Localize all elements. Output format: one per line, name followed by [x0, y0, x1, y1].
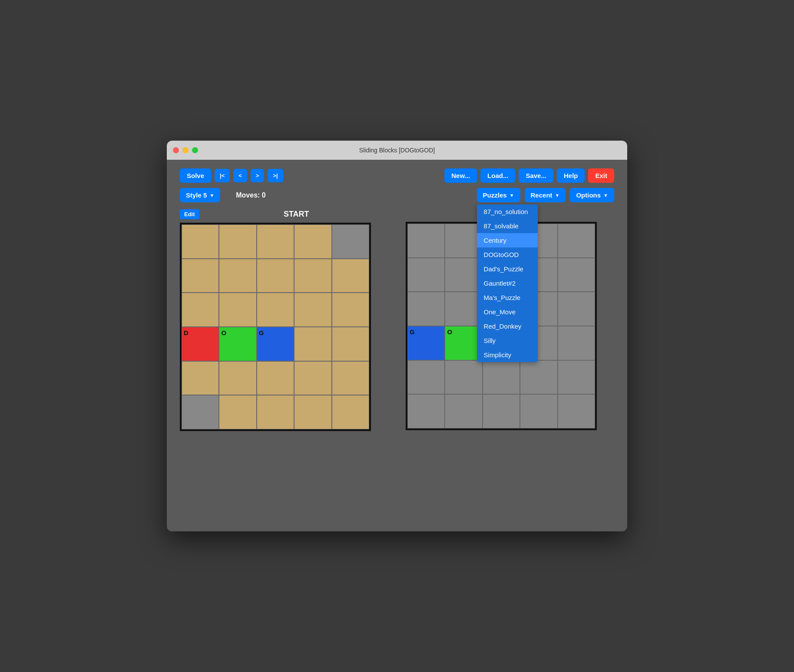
cell-3-4: [332, 327, 369, 361]
fcell-2-4: [558, 292, 595, 326]
cell-2-2: [257, 293, 294, 327]
fcell-0-4: [558, 224, 595, 258]
fcell-0-0: [407, 224, 445, 258]
toolbar: Solve |< < > >| New... Load... Save... H…: [180, 168, 614, 183]
options-arrow-icon: ▼: [603, 193, 608, 198]
menu-item-one-move[interactable]: One_Move: [477, 305, 538, 319]
puzzles-dropdown-container: Puzzles ▼ 87_no_solution 87_solvable Cen…: [477, 188, 520, 202]
style-label: Style 5: [186, 191, 207, 199]
fcell-1-0: [407, 258, 445, 292]
cell-2-1: [219, 293, 256, 327]
start-board-title: START: [205, 210, 388, 219]
fcell-5-3: [520, 394, 557, 428]
puzzles-arrow-icon: ▼: [509, 193, 514, 198]
cell-label-d-start: D: [184, 329, 189, 336]
cell-3-1-o[interactable]: O: [219, 327, 256, 361]
menu-item-red-donkey[interactable]: Red_Donkey: [477, 319, 538, 333]
cell-label-o-start: O: [221, 329, 226, 336]
menu-item-mas-puzzle[interactable]: Ma's_Puzzle: [477, 290, 538, 305]
title-bar: Sliding Blocks [DOGtoGOD]: [167, 141, 627, 160]
menu-item-silly[interactable]: Silly: [477, 333, 538, 348]
exit-button[interactable]: Exit: [588, 168, 614, 183]
close-button[interactable]: [173, 147, 179, 153]
puzzles-menu: 87_no_solution 87_solvable Century DOGto…: [477, 204, 538, 362]
cell-0-0: [182, 224, 219, 259]
fcell-4-3: [520, 360, 557, 395]
cell-4-0: [182, 361, 219, 395]
style-dropdown[interactable]: Style 5 ▼: [180, 188, 220, 202]
fcell-5-4: [558, 394, 595, 428]
cell-3-3: [294, 327, 331, 361]
menu-item-dads-puzzle[interactable]: Dad's_Puzzle: [477, 262, 538, 276]
cell-3-2-g[interactable]: G: [257, 327, 294, 361]
recent-arrow-icon: ▼: [555, 193, 560, 198]
puzzles-dropdown[interactable]: Puzzles ▼: [477, 188, 520, 202]
menu-item-87-no-solution[interactable]: 87_no_solution: [477, 204, 538, 219]
fcell-5-0: [407, 394, 445, 428]
options-dropdown[interactable]: Options ▼: [570, 188, 614, 202]
cell-0-1: [219, 224, 256, 259]
start-board-section: Edit START: [180, 209, 388, 431]
load-button[interactable]: Load...: [480, 168, 515, 183]
cell-label-g-finish: G: [410, 328, 415, 336]
start-board-header: Edit START: [180, 209, 388, 219]
nav-first-button[interactable]: |<: [215, 169, 230, 182]
fcell-3-4: [558, 326, 595, 360]
cell-1-2: [257, 259, 294, 293]
save-button[interactable]: Save...: [519, 168, 553, 183]
style-arrow-icon: ▼: [209, 193, 214, 198]
fcell-4-0: [407, 360, 445, 395]
nav-last-button[interactable]: >|: [268, 169, 283, 182]
cell-1-1: [219, 259, 256, 293]
app-window: Sliding Blocks [DOGtoGOD] Solve |< < > >…: [167, 141, 627, 531]
maximize-button[interactable]: [192, 147, 198, 153]
help-button[interactable]: Help: [557, 168, 585, 183]
cell-2-4: [332, 293, 369, 327]
cell-0-3: [294, 224, 331, 259]
cell-2-0: [182, 293, 219, 327]
minimize-button[interactable]: [182, 147, 189, 153]
cell-0-4: [332, 224, 369, 259]
cell-5-3: [294, 395, 331, 429]
fcell-5-1: [445, 394, 482, 428]
cell-4-3: [294, 361, 331, 395]
solve-button[interactable]: Solve: [180, 168, 211, 183]
menu-item-simplicity[interactable]: Simplicity: [477, 348, 538, 362]
start-board: D O G: [180, 223, 371, 431]
edit-button[interactable]: Edit: [180, 209, 199, 219]
fcell-4-2: [483, 360, 520, 395]
fcell-1-4: [558, 258, 595, 292]
cell-5-4: [332, 395, 369, 429]
moves-display: Moves: 0: [236, 191, 265, 199]
new-button[interactable]: New...: [444, 168, 477, 183]
menu-item-87-solvable[interactable]: 87_solvable: [477, 219, 538, 233]
nav-next-button[interactable]: >: [251, 169, 265, 182]
cell-label-g-start: G: [259, 329, 264, 336]
fcell-4-1: [445, 360, 482, 395]
fcell-3-0-g[interactable]: G: [407, 326, 445, 360]
cell-5-2: [257, 395, 294, 429]
cell-1-4: [332, 259, 369, 293]
second-toolbar: Style 5 ▼ Moves: 0 Puzzles ▼ 87_no_solut…: [180, 188, 614, 202]
cell-1-0: [182, 259, 219, 293]
content-area: Solve |< < > >| New... Load... Save... H…: [167, 160, 627, 440]
recent-dropdown[interactable]: Recent ▼: [525, 188, 566, 202]
options-label: Options: [576, 191, 601, 199]
menu-item-dogtogod[interactable]: DOGtoGOD: [477, 247, 538, 262]
cell-5-1: [219, 395, 256, 429]
cell-4-2: [257, 361, 294, 395]
boards-container: Edit START: [180, 209, 614, 431]
cell-2-3: [294, 293, 331, 327]
window-title: Sliding Blocks [DOGtoGOD]: [359, 147, 435, 154]
cell-3-0-d[interactable]: D: [182, 327, 219, 361]
window-controls: [173, 147, 198, 153]
cell-0-2: [257, 224, 294, 259]
nav-prev-button[interactable]: <: [233, 169, 247, 182]
cell-5-0: [182, 395, 219, 429]
fcell-4-4: [558, 360, 595, 395]
menu-item-gauntlet2[interactable]: Gauntlet#2: [477, 276, 538, 290]
puzzles-label: Puzzles: [483, 191, 507, 199]
menu-item-century[interactable]: Century: [477, 233, 538, 247]
cell-4-4: [332, 361, 369, 395]
recent-label: Recent: [531, 191, 552, 199]
